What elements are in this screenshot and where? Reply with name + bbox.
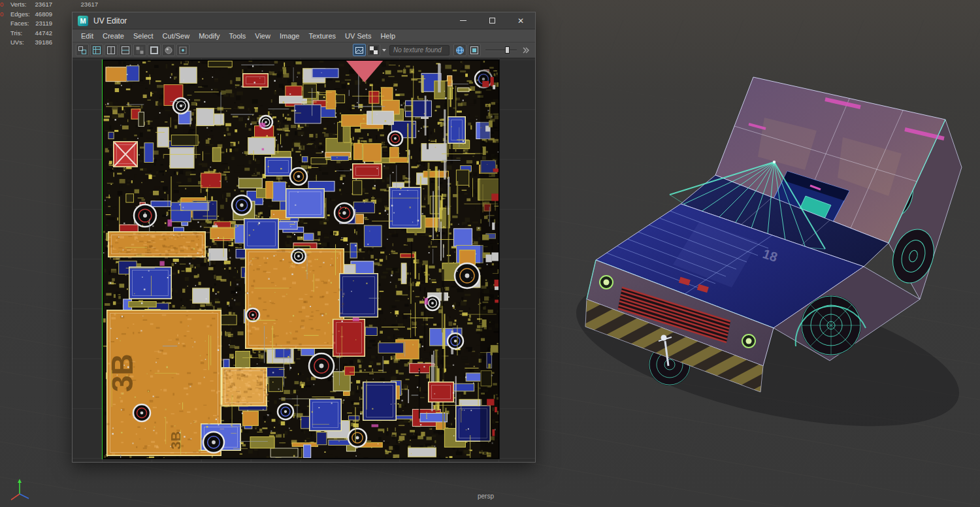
menu-modify[interactable]: Modify: [194, 32, 224, 40]
exposure-slider[interactable]: [485, 44, 517, 56]
hud-tris-label: Tris:: [10, 29, 32, 39]
texture-status-text: No texture found: [393, 46, 442, 54]
window-titlebar[interactable]: M UV Editor ✕: [73, 12, 535, 29]
headlight-right: [742, 335, 755, 348]
hud-verts-col2: 23617: [52, 0, 98, 10]
texture-select-dropdown[interactable]: No texture found: [389, 45, 449, 56]
uv-tile-icon[interactable]: [133, 44, 146, 56]
uv-editor-toolbar: No texture found: [73, 42, 535, 58]
menu-image[interactable]: Image: [275, 32, 304, 40]
toolbar-right-group: No texture found: [352, 44, 532, 56]
maya-viewport: 18: [0, 0, 980, 507]
shaded-display-icon[interactable]: [162, 44, 175, 56]
minimize-button[interactable]: [449, 12, 478, 29]
view-axis-gizmo: [5, 474, 34, 503]
uv-move-tool-icon[interactable]: [76, 44, 89, 56]
hud-uvs-total: 39186: [32, 38, 52, 48]
uv-canvas-area[interactable]: [73, 58, 535, 462]
hud-tris-selected: [0, 29, 10, 39]
hud-edges-selected: 0: [0, 10, 10, 20]
menu-cut-sew[interactable]: Cut/Sew: [158, 32, 195, 40]
uv-editor-window: M UV Editor ✕ Edit Create Select Cut/Sew…: [72, 12, 536, 463]
hud-faces-total: 23119: [32, 19, 52, 29]
menu-textures[interactable]: Textures: [304, 32, 340, 40]
uv-editor-menubar: Edit Create Select Cut/Sew Modify Tools …: [73, 29, 535, 42]
hud-uvs-label: UVs:: [10, 38, 32, 48]
menu-uv-sets[interactable]: UV Sets: [340, 32, 376, 40]
menu-select[interactable]: Select: [129, 32, 158, 40]
headlight-left: [600, 276, 613, 289]
minimize-icon: [460, 20, 466, 21]
uv-split-horizontal-icon[interactable]: [105, 44, 118, 56]
slider-handle[interactable]: [505, 46, 510, 54]
camera-name-label: persp: [478, 493, 494, 500]
hud-edges-label: Edges:: [10, 10, 32, 20]
hud-faces-selected: [0, 19, 10, 29]
window-controls: ✕: [449, 12, 535, 29]
hud-row-verts: 0Verts:2361723617: [0, 0, 98, 10]
close-button[interactable]: ✕: [506, 12, 535, 29]
truck-model: 18: [536, 39, 980, 497]
uv-grid-layout-icon[interactable]: [90, 44, 103, 56]
distortion-display-icon[interactable]: [176, 44, 189, 56]
menu-view[interactable]: View: [250, 32, 275, 40]
globe-icon[interactable]: [453, 44, 466, 56]
hud-faces-label: Faces:: [10, 19, 32, 29]
maya-app-icon[interactable]: M: [78, 16, 88, 26]
hud-tris-total: 44742: [32, 29, 52, 39]
uv-v-axis-line: [102, 59, 103, 459]
menu-help[interactable]: Help: [376, 32, 400, 40]
hud-verts-selected: 0: [0, 0, 10, 10]
checker-map-toggle[interactable]: [367, 44, 380, 56]
slider-track[interactable]: [485, 50, 517, 51]
hud-verts-label: Verts:: [10, 0, 32, 10]
image-ratio-icon[interactable]: [468, 44, 481, 56]
menu-tools[interactable]: Tools: [225, 32, 251, 40]
uv-texture-atlas[interactable]: [102, 59, 500, 459]
texture-dropdown-caret[interactable]: [382, 49, 386, 52]
maximize-button[interactable]: [478, 12, 506, 29]
hud-uvs-selected: [0, 38, 10, 48]
uv-border-toggle-icon[interactable]: [148, 44, 161, 56]
image-display-toggle[interactable]: [353, 44, 366, 56]
menu-create[interactable]: Create: [98, 32, 129, 40]
hud-edges-total: 46809: [32, 10, 52, 20]
window-title: UV Editor: [93, 16, 127, 25]
uv-split-vertical-icon[interactable]: [119, 44, 132, 56]
hud-verts-total: 23617: [32, 0, 52, 10]
toolbar-overflow-icon[interactable]: [521, 44, 531, 56]
menu-edit[interactable]: Edit: [76, 32, 98, 40]
maximize-icon: [489, 18, 495, 24]
